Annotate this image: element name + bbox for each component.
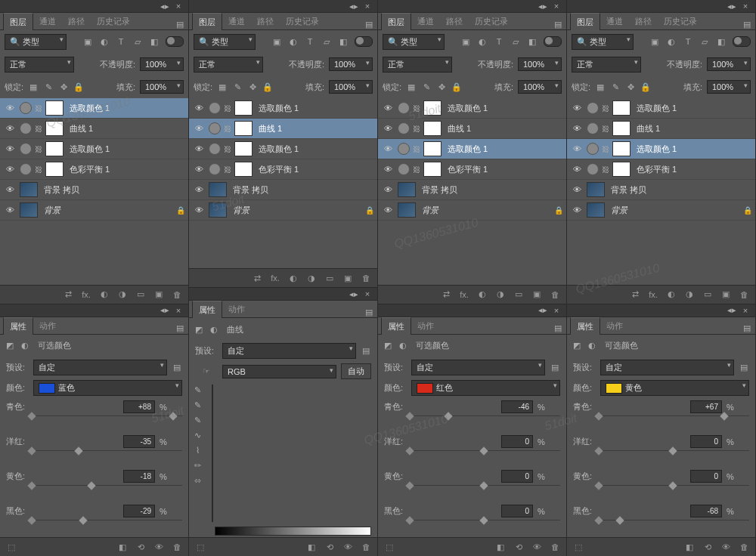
layer-row[interactable]: 👁背景🔒 — [567, 200, 755, 221]
layer-row[interactable]: 👁⛓选取颜色 1 — [378, 98, 566, 119]
layer-name[interactable]: 色彩平衡 1 — [67, 164, 185, 175]
visibility-icon[interactable]: 👁 — [381, 165, 395, 174]
layer-name[interactable]: 选取颜色 1 — [634, 103, 752, 114]
magenta-input[interactable]: 0 — [690, 435, 722, 448]
type-filter-icon[interactable]: T — [494, 36, 504, 47]
close-icon[interactable]: × — [551, 305, 562, 316]
layer-row[interactable]: 👁⛓曲线 1 — [567, 119, 755, 139]
layer-name[interactable]: 曲线 1 — [67, 123, 185, 134]
visibility-icon[interactable]: 👁 — [381, 103, 395, 113]
clip-icon[interactable]: ⬚ — [6, 542, 17, 552]
mask-thumb[interactable] — [612, 121, 631, 136]
blend-mode-dropdown[interactable]: 正常 — [5, 57, 74, 73]
type-filter-icon[interactable]: T — [116, 36, 126, 47]
smart-filter-icon[interactable]: ◧ — [149, 36, 160, 47]
eyedropper-gray-icon[interactable]: ✎ — [192, 400, 203, 410]
adjust-filter-icon[interactable]: ◐ — [477, 36, 488, 47]
mask-mode-icon[interactable]: ◐ — [398, 341, 408, 351]
tab-1[interactable]: 通道 — [411, 13, 440, 29]
tab-0[interactable]: 图层 — [570, 13, 600, 30]
black-input[interactable]: -68 — [690, 505, 722, 517]
visibility-icon[interactable]: 👁 — [3, 165, 17, 174]
lock-position-icon[interactable]: ✥ — [58, 82, 69, 92]
blend-mode-dropdown[interactable]: 正常 — [572, 57, 641, 73]
layer-row[interactable]: 👁⛓色彩平衡 1 — [189, 159, 377, 180]
visibility-icon[interactable]: 👁 — [570, 185, 584, 194]
collapse-icon[interactable]: ◂▸ — [727, 1, 737, 11]
yellow-input[interactable]: -18 — [123, 470, 155, 483]
lock-trans-icon[interactable]: ▦ — [28, 82, 39, 92]
preset-dropdown[interactable]: 自定 — [411, 360, 545, 375]
collapse-icon[interactable]: ◂▸ — [538, 1, 548, 11]
curves-graph[interactable] — [212, 385, 213, 522]
lock-all-icon[interactable]: 🔒 — [640, 82, 651, 92]
visibility-icon[interactable]: 👁 — [3, 124, 17, 133]
visibility-icon[interactable]: 👁 — [381, 205, 395, 215]
filter-toggle[interactable] — [544, 36, 562, 47]
tab-2[interactable]: 路径 — [62, 13, 91, 29]
lock-trans-icon[interactable]: ▦ — [595, 82, 606, 92]
mask-mode-icon[interactable]: ◐ — [20, 341, 30, 351]
magenta-slider[interactable] — [407, 450, 560, 465]
curve-smooth-icon[interactable]: ∿ — [192, 430, 203, 440]
cyan-input[interactable]: -46 — [501, 400, 533, 413]
channel-dropdown[interactable]: RGB — [222, 365, 336, 378]
finger-icon[interactable]: ☞ — [195, 366, 218, 377]
link-icon[interactable]: ⛓ — [602, 145, 609, 153]
trash-icon[interactable]: 🗑 — [739, 542, 749, 552]
mask-thumb[interactable] — [423, 121, 442, 136]
fill-input[interactable]: 100% — [518, 80, 562, 94]
visibility-icon[interactable]: 👁 — [192, 185, 206, 194]
layer-name[interactable]: 选取颜色 1 — [445, 103, 563, 114]
layer-name[interactable]: 背景 — [230, 205, 362, 216]
preset-menu-icon[interactable]: ▤ — [550, 362, 560, 372]
view-previous-icon[interactable]: ◧ — [684, 542, 695, 552]
new-layer-icon[interactable]: ▣ — [342, 273, 353, 283]
mask-thumb[interactable] — [612, 141, 631, 156]
collapse-icon[interactable]: ◂▸ — [160, 1, 170, 11]
layer-thumb[interactable] — [587, 182, 605, 197]
tab-0[interactable]: 属性 — [570, 317, 600, 335]
layer-row[interactable]: 👁⛓曲线 1 — [0, 119, 188, 139]
new-layer-icon[interactable]: ▣ — [153, 289, 164, 300]
tab-1[interactable]: 通道 — [600, 13, 629, 29]
layer-row[interactable]: 👁⛓选取颜色 1 — [0, 139, 188, 159]
cyan-input[interactable]: +88 — [123, 400, 155, 413]
shape-filter-icon[interactable]: ▱ — [321, 36, 332, 47]
cyan-slider[interactable] — [29, 415, 182, 430]
trash-icon[interactable]: 🗑 — [361, 542, 371, 552]
mask-mode-icon[interactable]: ◐ — [209, 324, 219, 335]
layer-thumb[interactable] — [398, 202, 416, 218]
panel-menu-icon[interactable]: ▤ — [553, 19, 563, 29]
layer-name[interactable]: 曲线 1 — [445, 123, 563, 134]
tab-3[interactable]: 历史记录 — [280, 13, 325, 29]
layer-row[interactable]: 👁⛓选取颜色 1 — [0, 98, 188, 119]
layer-name[interactable]: 色彩平衡 1 — [256, 164, 374, 175]
layer-name[interactable]: 曲线 1 — [634, 123, 752, 134]
collapse-icon[interactable]: ◂▸ — [160, 305, 170, 316]
layer-row[interactable]: 👁⛓曲线 1 — [189, 119, 377, 139]
mask-thumb[interactable] — [45, 162, 64, 177]
mask-thumb[interactable] — [423, 100, 442, 116]
black-input[interactable]: 0 — [501, 505, 533, 517]
type-filter-icon[interactable]: T — [305, 36, 315, 47]
black-slider[interactable] — [29, 520, 182, 534]
panel-menu-icon[interactable]: ▤ — [742, 19, 752, 29]
lock-all-icon[interactable]: 🔒 — [73, 82, 84, 92]
collapse-icon[interactable]: ◂▸ — [727, 305, 737, 316]
layer-row[interactable]: 👁⛓曲线 1 — [378, 119, 566, 139]
layer-thumb[interactable] — [587, 202, 605, 218]
mask-thumb[interactable] — [45, 121, 64, 136]
close-icon[interactable]: × — [362, 1, 373, 11]
mask-thumb[interactable] — [234, 121, 253, 136]
mask-thumb[interactable] — [45, 100, 64, 116]
filter-type-dropdown[interactable]: 🔍 类型 — [383, 34, 445, 50]
new-layer-icon[interactable]: ▣ — [720, 289, 731, 300]
layer-thumb[interactable] — [20, 182, 38, 197]
fx-icon[interactable]: fx. — [81, 289, 91, 300]
reset-icon[interactable]: ⟲ — [135, 542, 146, 552]
visibility-icon[interactable]: 👁 — [192, 124, 206, 133]
mask-thumb[interactable] — [45, 141, 64, 156]
visibility-icon[interactable]: 👁 — [531, 542, 542, 552]
lock-pixels-icon[interactable]: ✎ — [421, 82, 432, 92]
